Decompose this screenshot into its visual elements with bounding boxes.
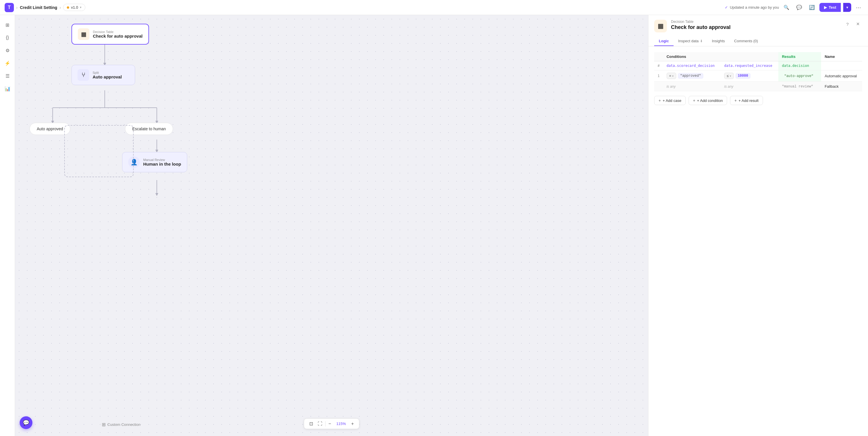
hash-col: # <box>654 61 663 70</box>
sidebar-chart-button[interactable]: 📊 <box>2 83 13 94</box>
right-panel: ▦ Decision Table Check for auto approval… <box>648 15 868 436</box>
refresh-button[interactable]: 🔄 <box>807 2 817 13</box>
custom-connection-label: ⊞ Custom Connection <box>102 422 140 427</box>
version-selector[interactable]: v1.0 ▾ <box>63 4 85 11</box>
zoom-in-button[interactable]: + <box>349 420 355 427</box>
sidebar-activity-button[interactable]: ⚡ <box>2 58 13 68</box>
hash-section-header <box>654 52 663 61</box>
fallback-cond1: is any <box>663 82 721 91</box>
panel-header-actions: ? ✕ <box>843 20 862 28</box>
tab-comments[interactable]: Comments (0) <box>730 36 763 46</box>
row1-operator1-select[interactable]: = ▾ <box>666 73 676 79</box>
panel-node-type: Decision Table <box>671 20 839 24</box>
row1-value2[interactable]: 10000 <box>736 73 750 79</box>
row1-cond1-value: = ▾ "approved" <box>666 73 717 79</box>
svg-marker-11 <box>155 193 158 196</box>
sidebar-code-button[interactable]: {} <box>2 32 13 43</box>
zoom-level-label: 115% <box>334 422 348 426</box>
chat-icon: 💬 <box>23 419 29 426</box>
row1-value1[interactable]: "approved" <box>678 73 703 79</box>
name-col-header <box>821 61 862 70</box>
table-actions: + + Add case + + Add condition + + Add r… <box>654 96 862 105</box>
row1-name-cell: Automatic approval <box>821 70 862 82</box>
search-button[interactable]: 🔍 <box>781 2 792 13</box>
fallback-num <box>654 82 663 91</box>
tab-inspect-data[interactable]: Inspect data ⬇ <box>674 36 707 46</box>
add-case-button[interactable]: + + Add case <box>654 96 686 105</box>
breadcrumb-title: Credit Limit Setting <box>20 5 57 10</box>
panel-body: Conditions Results Name # data.scorecard… <box>648 46 868 436</box>
branch-dashed-box <box>64 125 136 206</box>
topbar: T › Credit Limit Setting › v1.0 ▾ ✓ Upda… <box>0 0 868 15</box>
sidebar: ⊞ {} ⚙ ⚡ ☰ 📊 <box>0 15 15 436</box>
add-result-plus-icon: + <box>734 98 737 103</box>
operator2-chevron-icon: ▾ <box>730 75 731 78</box>
play-icon: ▶ <box>824 5 827 9</box>
row1-cond2-value: ≤ ▾ 10000 <box>724 73 775 79</box>
split-node-icon: ⑂ <box>78 69 89 81</box>
cond1-col[interactable]: data.scorecard_decision <box>663 61 721 70</box>
conditions-header: Conditions <box>663 52 779 61</box>
table-row: 1 = ▾ "approved" <box>654 70 862 82</box>
table-section-headers: Conditions Results Name <box>654 52 862 61</box>
row-num-1: 1 <box>654 70 663 82</box>
tab-insights[interactable]: Insights <box>707 36 730 46</box>
sidebar-layers-button[interactable]: ⊞ <box>2 20 13 30</box>
add-condition-button[interactable]: + + Add condition <box>689 96 727 105</box>
download-icon: ⬇ <box>700 39 703 43</box>
sidebar-settings-button[interactable]: ⚙ <box>2 45 13 56</box>
manual-review-labels: Manual Review Human in the loop <box>143 158 181 167</box>
more-options-button[interactable]: ⋯ <box>854 3 863 12</box>
panel-header-top: ▦ Decision Table Check for auto approval… <box>654 20 862 32</box>
tab-logic[interactable]: Logic <box>654 36 674 46</box>
comment-button[interactable]: 💬 <box>794 2 804 13</box>
decision-table-node-labels: Decision Table Check for auto approval <box>93 30 143 38</box>
result1-col[interactable]: data.decision <box>778 61 821 70</box>
fallback-row: is any is any "manual review" Fallback <box>654 82 862 91</box>
sidebar-list-button[interactable]: ☰ <box>2 70 13 81</box>
version-chevron-icon: ▾ <box>80 5 82 9</box>
app-logo[interactable]: T <box>5 3 14 12</box>
row1-operator2-select[interactable]: ≤ ▾ <box>724 73 734 79</box>
panel-tabs: Logic Inspect data ⬇ Insights Comments (… <box>654 36 862 46</box>
version-dot <box>67 6 69 9</box>
fullscreen-button[interactable]: ⛶ <box>316 420 324 427</box>
chat-button[interactable]: 💬 <box>20 416 32 429</box>
zoom-out-button[interactable]: − <box>327 420 333 427</box>
row1-result[interactable]: "auto-approve" <box>782 73 816 79</box>
split-node-labels: Split Auto approval <box>93 71 122 79</box>
fit-view-button[interactable]: ⊡ <box>308 420 315 427</box>
updated-text: Updated a minute ago by you <box>730 5 779 9</box>
save-status: ✓ Updated a minute ago by you <box>725 5 779 9</box>
zoom-controls: ⊡ ⛶ − 115% + <box>304 418 359 429</box>
decision-table-node-icon: ▦ <box>78 28 89 40</box>
cond2-col[interactable]: data.requested_increase <box>721 61 778 70</box>
decision-table-node[interactable]: ▦ Decision Table Check for auto approval <box>71 24 149 45</box>
split-node[interactable]: ⑂ Split Auto approval <box>71 65 135 85</box>
test-button[interactable]: ▶ Test <box>819 3 841 12</box>
main-layout: ⊞ {} ⚙ ⚡ ☰ 📊 <box>0 15 868 436</box>
add-result-button[interactable]: + + Add result <box>730 96 763 105</box>
row1-name: Automatic approval <box>825 74 857 78</box>
row1-cond1-cell[interactable]: = ▾ "approved" <box>663 70 721 82</box>
test-dropdown-button[interactable]: ▾ <box>843 3 851 12</box>
breadcrumb-arrow-2: › <box>60 5 61 10</box>
version-label: v1.0 <box>71 5 78 9</box>
custom-connection-icon: ⊞ <box>102 422 105 427</box>
panel-help-button[interactable]: ? <box>843 20 852 28</box>
flow-canvas: ▦ Decision Table Check for auto approval… <box>15 15 648 436</box>
panel-close-button[interactable]: ✕ <box>854 20 862 28</box>
breadcrumb-arrow-1: › <box>16 5 18 10</box>
panel-header: ▦ Decision Table Check for auto approval… <box>648 15 868 46</box>
check-icon: ✓ <box>725 5 728 9</box>
row1-cond2-cell[interactable]: ≤ ▾ 10000 <box>721 70 778 82</box>
fallback-result: "manual review" <box>778 82 821 91</box>
results-header: Results <box>778 52 821 61</box>
fallback-cond2: is any <box>721 82 778 91</box>
panel-node-icon: ▦ <box>654 20 667 32</box>
row1-result-cell[interactable]: "auto-approve" <box>778 70 821 82</box>
table-column-headers: # data.scorecard_decision data.requested… <box>654 61 862 70</box>
fallback-name: Fallback <box>821 82 862 91</box>
add-condition-plus-icon: + <box>693 98 695 103</box>
name-header: Name <box>821 52 862 61</box>
